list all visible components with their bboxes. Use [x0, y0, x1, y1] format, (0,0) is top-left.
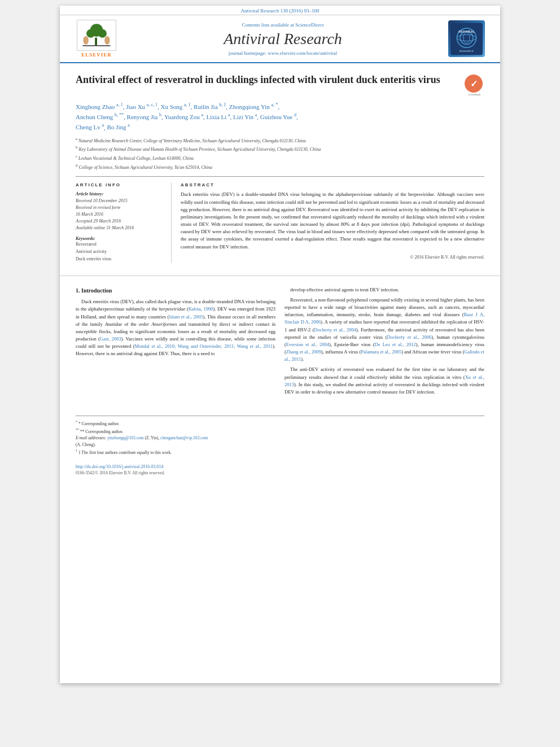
affiliation-d: d College of Science, Sichuan Agricultur… [76, 163, 484, 171]
body-left-column: 1. Introduction Duck enteritis virus (DE… [76, 286, 275, 399]
footnote-corresponding-1: * * Corresponding author. [76, 420, 484, 427]
svg-rect-1 [95, 37, 97, 45]
email-yin[interactable]: yinzhongq@163.com [107, 435, 144, 440]
affiliation-a: a Natural Medicine Research Center, Coll… [76, 136, 484, 145]
author-lizi-yin: Lizi Yin a [233, 113, 257, 120]
author-yuanfeng-zou: Yuanfeng Zou a [164, 113, 203, 120]
section-divider [60, 276, 500, 276]
article-info-column: ARTICLE INFO Article history: Received 1… [76, 182, 172, 263]
doi-link[interactable]: http://dx.doi.org/10.1016/j.antiviral.20… [76, 464, 484, 469]
received-revised-label: Received in revised form [76, 204, 164, 211]
footnote-cheng-name: (A. Cheng). [76, 442, 484, 448]
keyword-1: Resveratrol [76, 241, 164, 248]
crossmark-section: ✓ CrossMark [465, 75, 484, 96]
svg-point-7 [104, 36, 110, 44]
journal-header: ELSEVIER Contents lists available at Sci… [60, 15, 500, 63]
authors-list: Xinghong Zhao a, 1, Jiao Xu a, c, 1, Xu … [76, 102, 484, 133]
elsevier-logo-image [77, 20, 116, 51]
author-bo-jing: Bo Jing a [107, 124, 130, 130]
svg-point-4 [98, 29, 107, 37]
intro-paragraph-2: develop effective antiviral agents to tr… [285, 286, 484, 294]
article-info-heading: ARTICLE INFO [76, 182, 164, 187]
footnotes-container: * * Corresponding author. ** ** Correspo… [76, 416, 484, 456]
author-xinghong-zhao: Xinghong Zhao a, 1 [76, 103, 123, 110]
journal-logo-box: ANTIVIRAL RESEARCH [448, 20, 485, 57]
body-right-column: develop effective antiviral agents to tr… [285, 286, 484, 399]
copyright-line: © 2016 Elsevier B.V. All rights reserved… [181, 254, 484, 261]
keywords-section: Keywords: Resveratrol Antiviral activity… [76, 236, 164, 263]
journal-logo-right: ANTIVIRAL RESEARCH [444, 20, 489, 57]
paper-title: Antiviral effect of resveratrol in duckl… [76, 73, 460, 86]
intro-paragraph-4: The anti-DEV activity of resveratrol was… [285, 366, 484, 396]
author-renyong-jia: Renyong Jia b [127, 113, 161, 120]
intro-heading: 1. Introduction [76, 286, 275, 295]
history-title: Article history: [76, 191, 164, 198]
article-content: Antiviral effect of resveratrol in duckl… [60, 63, 500, 270]
article-history: Article history: Received 10 December 20… [76, 191, 164, 231]
svg-point-3 [86, 29, 95, 37]
intro-body-text-right: develop effective antiviral agents to tr… [285, 286, 484, 396]
received-revised-date: 16 March 2016 [76, 211, 164, 218]
footnote-equal-contribution: 1 1 The first four authors contribute eq… [76, 448, 484, 456]
journal-title: Antiviral Research [122, 30, 444, 48]
footnote-emails: E-mail addresses: yinzhongq@163.com (Z. … [76, 435, 484, 442]
paper-title-section: Antiviral effect of resveratrol in duckl… [76, 73, 484, 96]
elsevier-logo-section: ELSEVIER [71, 20, 122, 58]
journal-reference-bar: Antiviral Research 130 (2016) 93–100 [60, 6, 500, 15]
keywords-list: Resveratrol Antiviral activity Duck ente… [76, 241, 164, 263]
affiliations: a Natural Medicine Research Center, Coll… [76, 136, 484, 171]
author-cheng-lv: Cheng Lv a [76, 124, 104, 130]
abstract-column: ABSTRACT Duck enteritis virus (DEV) is a… [181, 182, 484, 263]
contents-line: Contents lists available at ScienceDirec… [122, 22, 444, 28]
intro-paragraph-1: Duck enteritis virus (DEV), also called … [76, 298, 275, 357]
abstract-paragraph: Duck enteritis virus (DEV) is a double-s… [181, 191, 484, 250]
keyword-2: Antiviral activity [76, 248, 164, 256]
crossmark-icon: ✓ [465, 75, 483, 93]
svg-rect-5 [82, 45, 110, 46]
rights-line: 0166-3542/© 2016 Elsevier B.V. All right… [76, 470, 484, 475]
abstract-heading: ABSTRACT [181, 182, 484, 187]
footnote-corresponding-2: ** ** Corresponding author. [76, 427, 484, 435]
keyword-3: Duck enteritis virus [76, 256, 164, 263]
intro-body-text: Duck enteritis virus (DEV), also called … [76, 298, 275, 357]
article-info-abstract-section: ARTICLE INFO Article history: Received 1… [76, 176, 484, 263]
affiliation-c: c Leshan Vocational & Technical College,… [76, 154, 484, 162]
author-guizhou-yue: Guizhou Yue d [260, 113, 296, 120]
available-date: Available online 31 March 2016 [76, 225, 164, 231]
email-cheng[interactable]: chenganchun@vip.163.com [160, 435, 208, 440]
bottom-bar: http://dx.doi.org/10.1016/j.antiviral.20… [60, 461, 500, 479]
author-ruilin-jia: Ruilin Jia b, 1 [194, 103, 226, 110]
author-zhongqiong-yin: Zhongqiong Yin a, * [229, 103, 278, 110]
homepage-line: journal homepage: www.elsevier.com/locat… [122, 50, 444, 56]
elsevier-label: ELSEVIER [81, 52, 112, 58]
author-jiao-xu: Jiao Xu a, c, 1 [126, 103, 158, 110]
journal-reference: Antiviral Research 130 (2016) 93–100 [241, 8, 320, 14]
svg-text:RESEARCH: RESEARCH [459, 50, 473, 52]
author-anchun-cheng: Anchun Cheng b, ** [76, 113, 124, 120]
author-xu-song: Xu Song a, 1 [160, 103, 190, 110]
sciencedirect-link[interactable]: ScienceDirect [295, 22, 323, 28]
affiliation-b: b Key Laboratory of Animal Disease and H… [76, 145, 484, 153]
keywords-title: Keywords: [76, 236, 164, 241]
svg-point-6 [83, 36, 88, 44]
footnotes-area: * * Corresponding author. ** ** Correspo… [60, 399, 500, 456]
accepted-date: Accepted 29 March 2016 [76, 218, 164, 225]
abstract-text: Duck enteritis virus (DEV) is a double-s… [181, 191, 484, 261]
homepage-url[interactable]: www.elsevier.com/locate/antiviral [268, 50, 337, 56]
author-lixia-li: Lixia Li a [207, 113, 230, 120]
received-date: Received 10 December 2015 [76, 198, 164, 204]
page: Antiviral Research 130 (2016) 93–100 [60, 6, 500, 683]
body-content: 1. Introduction Duck enteritis virus (DE… [60, 282, 500, 399]
intro-paragraph-3: Resveratrol, a non-flavonoid polyphenol … [285, 296, 484, 364]
journal-center-info: Contents lists available at ScienceDirec… [122, 22, 444, 56]
